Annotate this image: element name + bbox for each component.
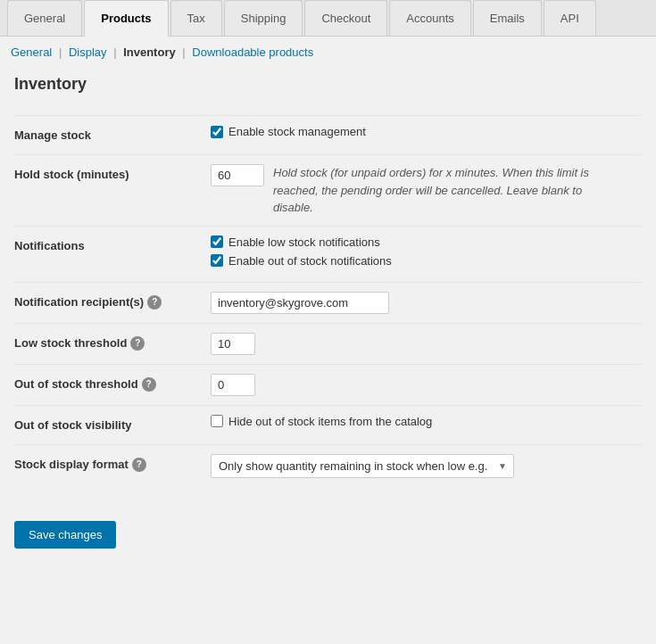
out-of-stock-notification-checkbox[interactable] bbox=[211, 254, 223, 267]
label-out-of-stock-visibility: Out of stock visibility bbox=[14, 405, 211, 444]
out-of-stock-threshold-input[interactable] bbox=[211, 374, 255, 396]
out-of-stock-visibility-row: Hide out of stock items from the catalog bbox=[211, 415, 642, 428]
breadcrumb-display[interactable]: Display bbox=[69, 45, 107, 59]
label-notification-recipient-container: Notification recipient(s) ? bbox=[14, 295, 202, 310]
tab-products[interactable]: Products bbox=[84, 0, 168, 37]
breadcrumb-general[interactable]: General bbox=[11, 45, 52, 59]
breadcrumb: General | Display | Inventory | Download… bbox=[0, 37, 656, 64]
out-of-stock-visibility-label: Hide out of stock items from the catalog bbox=[228, 415, 432, 428]
label-manage-stock: Manage stock bbox=[14, 116, 211, 155]
settings-form: Manage stock Enable stock management Hol… bbox=[14, 115, 642, 487]
row-hold-stock: Hold stock (minutes) Hold stock (for unp… bbox=[14, 155, 642, 227]
low-stock-threshold-help-icon[interactable]: ? bbox=[130, 336, 145, 351]
breadcrumb-sep-3: | bbox=[182, 45, 185, 59]
low-stock-threshold-input[interactable] bbox=[211, 333, 255, 355]
row-notification-recipient: Notification recipient(s) ? bbox=[14, 282, 642, 323]
notification-recipient-help-icon[interactable]: ? bbox=[147, 295, 162, 310]
row-manage-stock: Manage stock Enable stock management bbox=[14, 116, 642, 155]
out-of-stock-threshold-help-icon[interactable]: ? bbox=[142, 377, 156, 392]
page-title: Inventory bbox=[14, 75, 642, 101]
tab-shipping[interactable]: Shipping bbox=[224, 0, 303, 36]
notification-recipient-input[interactable] bbox=[211, 292, 389, 314]
content-area: Inventory Manage stock Enable stock mana… bbox=[0, 64, 656, 505]
low-stock-notif-row: Enable low stock notifications bbox=[211, 235, 642, 249]
label-stock-display-format-container: Stock display format ? bbox=[14, 458, 202, 472]
tab-general[interactable]: General bbox=[7, 0, 82, 36]
stock-display-format-select-container: Always show quantity remaining in stock … bbox=[211, 454, 514, 478]
hold-stock-description: Hold stock (for unpaid orders) for x min… bbox=[273, 164, 612, 217]
save-button[interactable]: Save changes bbox=[14, 521, 116, 549]
low-stock-notification-label: Enable low stock notifications bbox=[228, 235, 380, 249]
row-notifications: Notifications Enable low stock notificat… bbox=[14, 226, 642, 282]
manage-stock-checkbox-row: Enable stock management bbox=[211, 125, 642, 138]
row-out-of-stock-threshold: Out of stock threshold ? bbox=[14, 364, 642, 405]
out-of-stock-notification-label: Enable out of stock notifications bbox=[228, 254, 392, 268]
stock-display-format-help-icon[interactable]: ? bbox=[132, 458, 146, 472]
stock-display-format-select[interactable]: Always show quantity remaining in stock … bbox=[211, 454, 514, 478]
tab-tax[interactable]: Tax bbox=[170, 0, 222, 36]
out-of-stock-notif-row: Enable out of stock notifications bbox=[211, 254, 642, 268]
tab-emails[interactable]: Emails bbox=[473, 0, 542, 36]
label-out-of-stock-threshold: Out of stock threshold bbox=[14, 377, 138, 391]
label-out-of-stock-threshold-container: Out of stock threshold ? bbox=[14, 377, 202, 392]
breadcrumb-inventory: Inventory bbox=[123, 45, 176, 59]
label-low-stock-threshold: Low stock threshold bbox=[14, 336, 127, 350]
tab-api[interactable]: API bbox=[544, 0, 596, 36]
row-stock-display-format: Stock display format ? Always show quant… bbox=[14, 444, 642, 487]
footer-section: Save changes bbox=[0, 505, 656, 566]
manage-stock-checkbox[interactable] bbox=[211, 126, 223, 138]
out-of-stock-visibility-checkbox[interactable] bbox=[211, 415, 223, 427]
low-stock-notification-checkbox[interactable] bbox=[211, 235, 223, 248]
label-notifications: Notifications bbox=[14, 226, 211, 282]
breadcrumb-downloadable[interactable]: Downloadable products bbox=[192, 45, 313, 59]
tab-accounts[interactable]: Accounts bbox=[389, 0, 470, 36]
breadcrumb-sep-1: | bbox=[59, 45, 62, 59]
manage-stock-label: Enable stock management bbox=[228, 125, 366, 138]
hold-stock-input-row: Hold stock (for unpaid orders) for x min… bbox=[211, 164, 642, 217]
label-notification-recipient: Notification recipient(s) bbox=[14, 295, 144, 309]
label-low-stock-threshold-container: Low stock threshold ? bbox=[14, 336, 202, 351]
label-stock-display-format: Stock display format bbox=[14, 458, 129, 471]
tab-checkout[interactable]: Checkout bbox=[304, 0, 387, 36]
label-hold-stock: Hold stock (minutes) bbox=[14, 155, 211, 227]
hold-stock-input[interactable] bbox=[211, 164, 264, 186]
tabs-bar: General Products Tax Shipping Checkout A… bbox=[0, 0, 656, 37]
breadcrumb-sep-2: | bbox=[113, 45, 116, 59]
row-low-stock-threshold: Low stock threshold ? bbox=[14, 323, 642, 364]
row-out-of-stock-visibility: Out of stock visibility Hide out of stoc… bbox=[14, 405, 642, 444]
